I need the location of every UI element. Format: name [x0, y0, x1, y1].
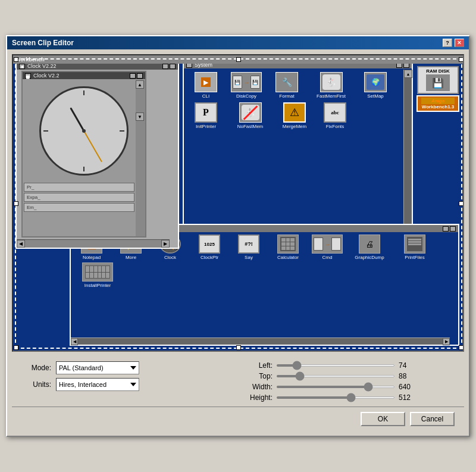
- icon-printfiles[interactable]: PrintFiles: [393, 235, 436, 260]
- clock-scrollbar-v[interactable]: ▲ ▼: [136, 80, 145, 236]
- util-scroll-right[interactable]: ▶: [443, 338, 450, 345]
- dialog-content: Workbench RAM DISK 💾 Aniga Workbench1.3: [7, 49, 469, 436]
- icon-mergemem-label: MergeMem: [283, 124, 306, 129]
- screenshot-area: Workbench RAM DISK 💾 Aniga Workbench1.3: [12, 54, 464, 352]
- icon-say-label: Say: [245, 255, 253, 260]
- icon-clockptr-label: ClockPtr: [201, 255, 218, 260]
- clock-close-btn[interactable]: ◼: [19, 64, 25, 69]
- cancel-button[interactable]: Cancel: [410, 412, 455, 426]
- units-label: Units:: [21, 380, 51, 389]
- clock-depth-btn[interactable]: [162, 64, 168, 69]
- util-depth-btn[interactable]: [443, 226, 449, 232]
- title-bar-buttons: ? ✕: [443, 39, 464, 47]
- controls-right: Left: 74 Top: 88 Width: 640: [240, 361, 455, 402]
- clock-em-row: Em_: [24, 203, 134, 212]
- icon-diskcopy-label: DiskCopy: [236, 93, 256, 99]
- icon-more-label: More: [126, 255, 136, 260]
- icon-setmap-label: SetMap: [367, 93, 384, 99]
- width-label: Width:: [240, 383, 273, 391]
- title-bar: Screen Clip Editor ? ✕: [7, 36, 469, 49]
- aniga-label: Aniga: [421, 98, 455, 104]
- scroll-right[interactable]: ▶: [161, 240, 170, 248]
- width-slider[interactable]: [276, 386, 395, 388]
- mode-row: Mode: PAL (Standard) NTSC (Standard) PAL…: [21, 361, 236, 374]
- clock-scrollbar-h[interactable]: ◀ ▶: [17, 239, 170, 248]
- close-button[interactable]: ✕: [455, 39, 464, 47]
- icon-mergemem[interactable]: ⚠ MergeMem: [276, 102, 313, 129]
- clock-inner-zoom[interactable]: [137, 73, 143, 79]
- clock-pr-row: Pr_: [24, 183, 134, 192]
- amiga-desktop: Workbench RAM DISK 💾 Aniga Workbench1.3: [13, 55, 463, 351]
- icon-say[interactable]: #?! Say: [230, 235, 267, 260]
- icon-nofastmem[interactable]: 🐇 NoFastMem: [228, 102, 273, 129]
- clock-inner-window: ◼ Clock V2.2: [21, 71, 146, 237]
- menu-item-workbench: Workbench: [15, 57, 45, 62]
- controls-left: Mode: PAL (Standard) NTSC (Standard) PAL…: [21, 361, 236, 402]
- left-value: 74: [399, 361, 419, 370]
- util-scroll-left[interactable]: ◀: [71, 338, 78, 345]
- icon-clock-label: Clock: [164, 255, 176, 260]
- handle-rm[interactable]: [459, 201, 464, 206]
- clock-inner-title: Clock V2.2: [33, 73, 60, 79]
- scroll-up-arrow[interactable]: ▲: [136, 80, 144, 89]
- icon-cmd-label: Cmd: [322, 255, 333, 260]
- clock-inner-depth[interactable]: [130, 73, 136, 79]
- ram-disk-icon[interactable]: RAM DISK 💾 Aniga Workbench1.3: [416, 66, 459, 112]
- clock-expa-row: Expa_: [24, 193, 134, 202]
- icon-diskcopy[interactable]: 💾 → 💾 DiskCopy: [228, 72, 265, 99]
- amiga-menubar: Workbench: [13, 55, 463, 64]
- icon-setmap[interactable]: 🌍 SetMap: [357, 72, 394, 99]
- icon-cmd[interactable]: → Cmd: [309, 235, 346, 260]
- icon-graphicdump-label: GraphicDump: [355, 255, 384, 260]
- left-slider[interactable]: [276, 364, 395, 367]
- icon-format-label: Format: [279, 93, 294, 99]
- controls-section: Mode: PAL (Standard) NTSC (Standard) PAL…: [12, 357, 464, 407]
- mode-select[interactable]: PAL (Standard) NTSC (Standard) PAL (High…: [56, 361, 139, 374]
- height-label: Height:: [240, 393, 273, 402]
- clock-inner-close[interactable]: ◼: [25, 73, 31, 79]
- handle-bl[interactable]: [14, 345, 18, 350]
- icon-fixfonts[interactable]: abc FixFonts: [317, 102, 353, 129]
- height-value: 512: [399, 393, 419, 402]
- util-scrollbar-h[interactable]: ◀ ▶: [71, 337, 450, 345]
- handle-bm[interactable]: [236, 345, 241, 350]
- top-slider[interactable]: [276, 375, 395, 377]
- left-row: Left: 74: [240, 361, 455, 370]
- ok-button[interactable]: OK: [361, 412, 405, 426]
- icon-calculator-label: Calculator: [277, 255, 299, 260]
- left-label: Left:: [240, 361, 273, 370]
- system-icons-grid: ▶ CLI 💾 → 💾 DiskCopy: [184, 68, 412, 133]
- icon-fastmemfirst[interactable]: 🐇 FastMemFirst: [309, 72, 353, 99]
- icon-graphicdump[interactable]: 🖨 GraphicDump: [348, 235, 391, 260]
- icon-clockptr[interactable]: 1025 ClockPtr: [191, 235, 228, 260]
- icon-notepad-label: Notepad: [83, 255, 101, 260]
- scroll-down-arrow[interactable]: ▼: [136, 112, 144, 121]
- handle-br[interactable]: [459, 345, 464, 350]
- icon-calculator[interactable]: Calculator: [270, 235, 306, 260]
- width-value: 640: [399, 383, 419, 391]
- util-zoom-btn[interactable]: [450, 226, 456, 232]
- icon-installprinter[interactable]: InstallPrinter: [73, 262, 122, 288]
- clock-inner-titlebar: ◼ Clock V2.2: [23, 72, 145, 79]
- dialog-window: Screen Clip Editor ? ✕ Workbench RAM DIS…: [6, 35, 470, 437]
- clock-center: [82, 129, 86, 133]
- units-select[interactable]: Hires, Interlaced Lores Hires: [56, 378, 139, 391]
- height-slider[interactable]: [276, 396, 395, 399]
- clock-zoom-btn[interactable]: [170, 64, 176, 69]
- dialog-title: Screen Clip Editor: [12, 39, 74, 47]
- clock-hour-hand: [70, 107, 84, 131]
- icon-initprinter[interactable]: P InitPrinter: [187, 102, 224, 129]
- clock-outer-title: Clock V2.22: [27, 63, 57, 69]
- icon-format[interactable]: 🔧 Format: [268, 72, 305, 99]
- top-label: Top:: [240, 372, 273, 380]
- scroll-left[interactable]: ◀: [17, 240, 25, 248]
- icon-printfiles-label: PrintFiles: [405, 255, 424, 260]
- sys-scroll-up[interactable]: ▲: [404, 70, 412, 78]
- top-value: 88: [399, 372, 419, 380]
- icon-installprinter-label: InstallPrinter: [84, 283, 111, 288]
- help-button[interactable]: ?: [443, 39, 452, 47]
- icon-cli[interactable]: ▶ CLI: [187, 72, 224, 99]
- units-row: Units: Hires, Interlaced Lores Hires: [21, 378, 236, 391]
- clock-outer-window: ◼ Clock V2.22 ◼ Clock V2.2: [15, 61, 179, 249]
- mode-label: Mode:: [21, 364, 51, 372]
